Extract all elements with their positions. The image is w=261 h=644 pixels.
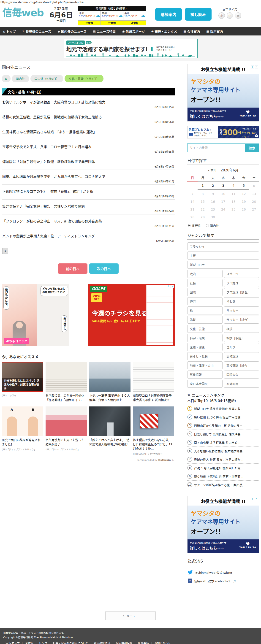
genre-button-スポーツ[interactable]: スポーツ [224, 270, 259, 278]
footer-link-著作権[interactable]: 著作権 [20, 641, 34, 644]
next-day-button[interactable]: 次の日へ [89, 264, 118, 274]
genre-button-高校野球［試合］[interactable]: 高校野球［試合］ [224, 361, 259, 369]
calendar-date-4[interactable]: 4 [228, 182, 238, 190]
genre-button-国際大会[interactable]: 国際大会 [224, 370, 259, 378]
breadcrumb-home[interactable]: ⌂ [2, 75, 10, 82]
genre-button-ゴルフ[interactable]: ゴルフ [224, 343, 259, 351]
genre-button-経済[interactable]: 経済 [187, 297, 222, 305]
article-title-link[interactable]: 生田斗真さんと清野菜名さん結婚 「より一層俳優業に邁進」 [2, 129, 96, 134]
ranking-item[interactable]: 3西穂山荘から笑顔の一杯 名物のラー… [187, 421, 259, 430]
genre-button-科学・環境[interactable]: 科学・環境 [187, 334, 222, 342]
search-input[interactable] [187, 144, 245, 152]
article-row[interactable]: 宝塚音楽学校で入学式、兵庫 コロナ影響で１カ月半遅れ6月5日18時35分 [2, 140, 175, 155]
article-row[interactable]: 生田斗真さんと清野菜名さん結婚 「より一層俳優業に邁進」6月5日18時35分 [2, 125, 175, 140]
article-title-link[interactable]: 将棋の女流王位戦、里見が先勝 挑戦者の加藤桃子女流三段破る [2, 114, 102, 119]
ranking-item[interactable]: 4日差し避けて 県内真夏日 佐久や長… [187, 430, 259, 438]
trial-read-button[interactable]: 試し読み [185, 8, 212, 20]
nav-item-信州スポーツ[interactable]: ◉信州スポーツ [122, 29, 145, 34]
sidebar-ad-yamashita-2[interactable]: i✕ お役立ち機能が満載 !! ヤマシタの ケアマネ専用サイト オープン!! ご… [187, 496, 259, 553]
breadcrumb-item[interactable]: 国内外 [12, 75, 29, 82]
calendar-date-2[interactable]: 2 [208, 182, 218, 190]
ad-info-icon[interactable]: i [251, 497, 254, 500]
fontsize-button-小[interactable]: 小 [218, 12, 225, 19]
nav-item-トップ[interactable]: ⌂トップ [3, 29, 16, 34]
genre-button-為替[interactable]: 為替 [187, 316, 222, 324]
ranking-item[interactable]: 7坂城の殺人 被害 長女、次男の順か… [187, 455, 259, 464]
weather-alert-badge[interactable]: 注意報 [78, 20, 101, 25]
fontsize-button-大[interactable]: 大 [235, 12, 241, 19]
article-row[interactable]: 正倉院宝物にトルコ羊の毛？ 敷物「花氈」、鑑定士が分析6月5日16時15分 [2, 185, 175, 200]
genre-button-株[interactable]: 株 [187, 306, 222, 314]
genre-button-相撲［取組］[interactable]: 相撲［取組］ [224, 334, 259, 342]
genre-button-高校野球[interactable]: 高校野球 [224, 352, 259, 360]
recommend-card[interactable]: 県新型コロナ対策条例案骨子 県会委 必要性に質問相次ぐ [133, 362, 174, 402]
genre-button-地震・津波・火山[interactable]: 地震・津波・火山 [187, 361, 222, 369]
article-row[interactable]: バンドの髭男が上半期人気度１位 アーティストランキング6月5日4時05分 [2, 229, 175, 244]
genre-button-国際[interactable]: 国際 [187, 288, 222, 296]
ad-close-icon[interactable]: ✕ [255, 497, 258, 500]
footer-link-記事・写真のご利用について[interactable]: 記事・写真のご利用について [47, 641, 88, 644]
nav-item-ニュース特集[interactable]: ▤ニュース特集 [93, 29, 116, 34]
subscribe-button[interactable]: 購読案内 [155, 8, 182, 20]
article-row[interactable]: 囲碁、本因坊戦が対局場を変更 北九州から東京へ、コロナ拡大で6月5日16時31分 [2, 170, 175, 185]
article-row[interactable]: 「フジロック」が初の完全中止 ８月、新潟で開催の野外音楽祭6月5日11時31分 [2, 214, 175, 229]
radio-国内外[interactable]: 国内外 [206, 223, 219, 228]
genre-button-医療・健康[interactable]: 医療・健康 [187, 343, 222, 351]
genre-button-プロ野球[interactable]: プロ野球 [224, 279, 259, 287]
ad-close-icon[interactable]: ✕ [170, 285, 174, 288]
article-title-link[interactable]: バンドの髭男が上半期人気度１位 アーティストランキング [2, 234, 95, 238]
previous-month-link[interactable]: <前月 [208, 169, 216, 172]
recommend-card[interactable]: 株主優待で失敗しない方法は？経験者直伝のコツと、12月のおすすめ…(PR) SO… [133, 406, 174, 456]
article-title-link[interactable]: 正倉院宝物にトルコ羊の毛？ 敷物「花氈」、鑑定士が分析 [2, 189, 93, 194]
article-title-link[interactable]: 囲碁、本因坊戦が対局場を変更 北九州から東京へ、コロナ拡大で [2, 174, 105, 179]
ntt-card-banner-ad[interactable]: 信毎プレミアムを NTTグループカードでお支払いすると 毎月 300 円 20ヶ… [187, 126, 259, 138]
footer-link-免責事項[interactable]: 免責事項 [132, 641, 149, 644]
nav-item-観光・エンタメ[interactable]: ✈観光・エンタメ [151, 29, 177, 34]
breadcrumb-item[interactable]: 国内外（6月5日） [30, 75, 64, 82]
recommend-card[interactable]: 「膝をどけろと声上げよ」 追悼式で黒人指導者が呼び掛け [89, 406, 130, 456]
genre-button-暮らし・話題[interactable]: 暮らし・話題 [187, 352, 222, 360]
genre-button-プロ野球［試合］[interactable]: プロ野球［試合］ [224, 288, 259, 296]
genre-button-政治[interactable]: 政治 [187, 270, 222, 278]
fontsize-button-中[interactable]: 中 [227, 12, 233, 19]
nav-item-会社案内[interactable]: ▦会社案内 [184, 29, 200, 34]
site-logo[interactable]: 信毎web [2, 6, 44, 20]
ranking-item[interactable]: 9続く地震 上高地に影 落石・崩落確… [187, 472, 259, 480]
genre-button-サッカー［試合］[interactable]: サッカー［試合］ [224, 316, 259, 324]
calendar-date-3[interactable]: 3 [218, 182, 228, 190]
outbrain-credit[interactable]: Recommended by Outbrain |▷ [2, 459, 174, 462]
genre-button-相撲[interactable]: 相撲 [224, 325, 259, 333]
article-row[interactable]: 海賊版に「対抗手段得た」と歓迎 著作権法改正で業界団体6月5日17時16分 [2, 155, 175, 170]
menu-button[interactable]: ∧ メニュー [105, 612, 156, 620]
breadcrumb-item[interactable]: 文化・芸能（6月5日） [64, 75, 104, 82]
facebook-link[interactable]: f 信毎web 公式Facebookページ [187, 577, 259, 585]
genre-button-主要[interactable]: 主要 [187, 252, 259, 260]
article-title-link[interactable]: 笠井信輔アナ「完全寛解」報告 悪性リンパ腫で闘病 [2, 204, 85, 208]
search-button[interactable]: 検索 [245, 144, 259, 152]
recommend-card[interactable]: 台所用洗剤でお風呂を洗った結果が凄い…(PR)「ティップアンドトリック」 [46, 406, 87, 456]
golf5-flyer-ad[interactable]: i✕ GOLF5 20% OFF 今週のチラシを見る SALE期間 6/5(金)… [88, 284, 175, 346]
footer-link-個人情報保護[interactable]: 個人情報保護 [110, 641, 132, 644]
article-row[interactable]: お笑いミルクボーイが啓発動画 大阪府警のコロナ詐欺対策に協力6月5日20時15分 [2, 96, 175, 110]
sidebar-ad-yamashita-1[interactable]: i✕ お役立ち機能が満載 !! ヤマシタの ケアマネ専用サイト オープン!! ご… [187, 64, 259, 122]
ad-close-icon[interactable]: ✕ [255, 65, 258, 68]
twitter-link[interactable]: @shinmaiweb 公式Twitter [187, 568, 259, 577]
nav-item-採用案内[interactable]: ▦採用案内 [206, 29, 223, 34]
genre-button-サッカー[interactable]: サッカー [224, 306, 259, 314]
ranking-item[interactable]: 1新型コロナ 県民意識調査 家庭の収… [187, 404, 259, 413]
genre-button-新型コロナ[interactable]: 新型コロナ [187, 261, 259, 269]
genre-button-フラッシュ[interactable]: フラッシュ [187, 242, 259, 250]
article-title-link[interactable]: 宝塚音楽学校で入学式、兵庫 コロナ影響で１カ月半遅れ [2, 144, 92, 149]
recommend-card[interactable]: 県内製造業、広がる一時帰休 「在宅勤務」「週休3日」も [46, 362, 87, 402]
page-number-button[interactable]: 1 [2, 248, 8, 254]
calendar-date-1[interactable]: 1 [198, 182, 208, 190]
article-title-link[interactable]: お笑いミルクボーイが啓発動画 大阪府警のコロナ詐欺対策に協力 [2, 100, 105, 104]
previous-day-button[interactable]: 前の日へ [58, 264, 87, 274]
footer-link-サイトマップ[interactable]: サイトマップ [3, 641, 20, 644]
calendar-date-5[interactable]: 5 [238, 182, 249, 190]
ranking-item[interactable]: 6大きな願い世界に届け 松本蟻ケ崎高… [187, 447, 259, 455]
recommend-card[interactable]: 老後を楽しむにはズバリ？記憶力の低下、対策は食事が関係(PR) ニッスイ [2, 362, 43, 402]
genre-button-東日本大震災[interactable]: 東日本大震災 [187, 380, 222, 388]
manga-comic-ad[interactable]: 遊びもなにも！ どういう事!?あたしの婿選びだったのに 若い時から めちゃコミッ… [2, 284, 69, 346]
article-row[interactable]: 笠井信輔アナ「完全寛解」報告 悪性リンパ腫で闘病6月5日13時04分 [2, 200, 175, 214]
